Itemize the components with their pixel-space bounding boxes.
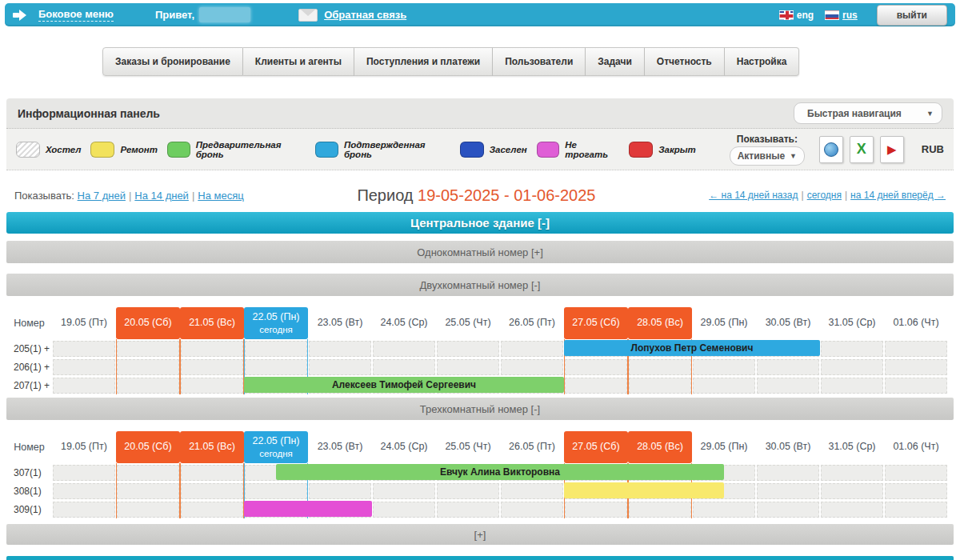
day-cell[interactable] [372,358,436,376]
day-cell[interactable] [244,482,308,500]
day-cell[interactable] [500,339,564,358]
logout-button[interactable]: выйти [877,5,947,26]
day-cell[interactable] [436,339,500,358]
day-cell[interactable] [52,358,116,376]
day-cell[interactable] [116,463,180,482]
day-cell[interactable] [52,482,116,500]
lang-eng[interactable]: eng [779,10,814,21]
day-cell[interactable] [116,500,180,518]
day-cell[interactable] [52,463,116,482]
feedback-link[interactable]: Обратная связь [324,9,406,21]
category-two-room[interactable]: Двухкомнатный номер [-] [6,274,954,296]
day-cell[interactable] [116,482,180,500]
day-cell[interactable] [116,376,180,394]
day-cell[interactable] [820,358,884,376]
booking-bar[interactable]: Евчук Алина Викторовна [276,464,724,480]
day-cell[interactable] [884,376,948,394]
room-label[interactable]: 307(1) [6,463,52,482]
show-filter-select[interactable]: Активные ▼ [730,146,805,166]
day-cell[interactable] [308,482,372,500]
day-cell[interactable] [372,482,436,500]
day-cell[interactable] [52,500,116,518]
day-cell[interactable] [820,339,884,358]
range-14-days-link[interactable]: На 14 дней [134,190,189,202]
day-cell[interactable] [820,482,884,500]
room-label[interactable]: 308(1) [6,482,52,500]
day-cell[interactable] [180,358,244,376]
day-cell[interactable] [500,500,564,518]
day-cell[interactable] [756,500,820,518]
day-cell[interactable] [180,482,244,500]
day-cell[interactable] [436,358,500,376]
day-cell[interactable] [628,358,692,376]
day-cell[interactable] [180,376,244,394]
day-cell[interactable] [52,339,116,358]
day-cell[interactable] [884,500,948,518]
day-cell[interactable] [500,482,564,500]
range-7-days-link[interactable]: На 7 дней [78,190,126,202]
expand-more-bar[interactable]: [+] [6,524,954,545]
day-cell[interactable] [308,339,372,358]
quick-navigation-select[interactable]: Быстрая навигация ▼ [794,102,942,124]
excel-export-icon[interactable]: X [850,136,874,163]
day-cell[interactable] [884,358,948,376]
day-cell[interactable] [308,358,372,376]
day-cell[interactable] [756,463,820,482]
day-cell[interactable] [244,339,308,358]
day-cell[interactable] [116,358,180,376]
room-label[interactable]: 207(1) + [6,376,52,394]
category-three-room[interactable]: Трехкомнатный номер [-] [6,398,954,420]
lang-rus[interactable]: rus [825,10,858,21]
day-cell[interactable] [692,376,756,394]
day-cell[interactable] [756,482,820,500]
tab-receipts-payments[interactable]: Поступления и платежи [354,47,493,76]
day-cell[interactable] [500,358,564,376]
tab-orders-booking[interactable]: Заказы и бронирование [102,47,243,76]
day-cell[interactable] [372,339,436,358]
tab-reports[interactable]: Отчетность [645,47,725,76]
tab-clients-agents[interactable]: Клиенты и агенты [243,47,354,76]
day-cell[interactable] [436,500,500,518]
today-link[interactable]: сегодня [807,190,842,201]
category-one-room-collapsed[interactable]: Однокомнатный номер [+] [6,241,954,263]
day-cell[interactable] [884,463,948,482]
building-header[interactable]: Центральное здание [-] [6,212,954,234]
day-cell[interactable] [756,376,820,394]
tab-tasks[interactable]: Задачи [586,47,645,76]
forward-14-days-link[interactable]: на 14 дней вперёд → [850,190,946,201]
day-cell[interactable] [116,339,180,358]
room-label[interactable]: 205(1) + [6,339,52,358]
booking-bar[interactable]: Лопухов Петр Семенович [564,340,820,356]
day-cell[interactable] [820,500,884,518]
range-month-link[interactable]: На месяц [198,190,243,202]
day-cell[interactable] [884,482,948,500]
day-cell[interactable] [756,358,820,376]
side-menu-link[interactable]: Боковое меню [38,8,114,22]
day-cell[interactable] [372,500,436,518]
day-cell[interactable] [692,500,756,518]
pdf-export-icon[interactable]: ▶ [880,136,904,163]
tab-settings[interactable]: Настройка [725,47,800,76]
day-cell[interactable] [244,358,308,376]
day-cell[interactable] [820,463,884,482]
room-label[interactable]: 309(1) [6,500,52,518]
booking-bar[interactable]: Алексеев Тимофей Сергеевич [244,377,564,393]
day-cell[interactable] [628,376,692,394]
day-cell[interactable] [564,358,628,376]
day-cell[interactable] [180,500,244,518]
day-cell[interactable] [564,376,628,394]
day-cell[interactable] [180,463,244,482]
html-export-icon[interactable] [819,136,843,163]
day-cell[interactable] [692,358,756,376]
day-cell[interactable] [180,339,244,358]
booking-bar[interactable] [564,482,724,498]
day-cell[interactable] [884,339,948,358]
day-cell[interactable] [52,376,116,394]
day-cell[interactable] [628,500,692,518]
back-14-days-link[interactable]: ← на 14 дней назад [709,190,798,201]
booking-bar[interactable] [244,501,372,517]
room-label[interactable]: 206(1) + [6,358,52,376]
day-cell[interactable] [820,376,884,394]
tab-users[interactable]: Пользователи [493,47,586,76]
day-cell[interactable] [564,500,628,518]
